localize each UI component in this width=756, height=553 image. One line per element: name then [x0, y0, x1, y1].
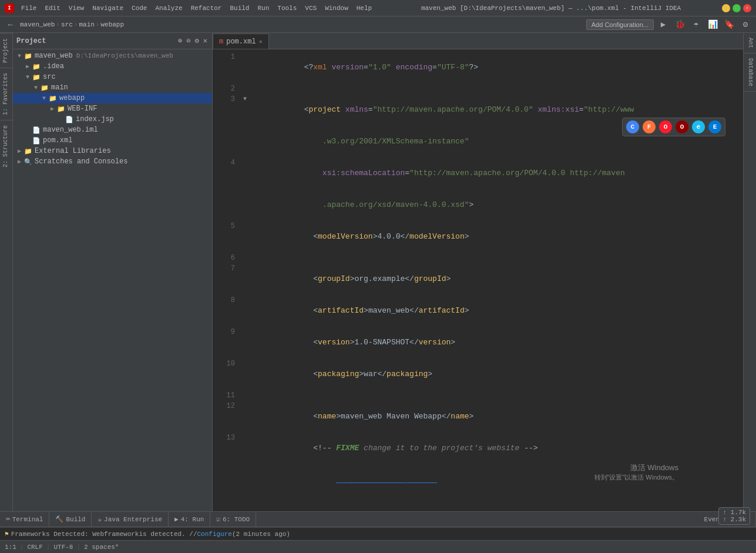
- tree-arrow-scratches[interactable]: ▶: [15, 158, 23, 165]
- tree-arrow-webapp[interactable]: ▼: [40, 95, 48, 102]
- tree-item-iml[interactable]: ▶ 📄 maven_web.iml: [13, 125, 212, 135]
- frameworks-icon: ⚑: [5, 530, 9, 538]
- tree-item-webinf[interactable]: ▶ 📁 WEB-INF: [13, 103, 212, 114]
- menu-code[interactable]: Code: [128, 4, 150, 13]
- browser-icons-panel: C F O O e E: [622, 118, 725, 136]
- menu-build[interactable]: Build: [226, 4, 253, 13]
- tree-item-src[interactable]: ▼ 📁 src: [13, 72, 212, 82]
- opera-icon[interactable]: O: [659, 120, 672, 133]
- bookmark-icon[interactable]: 🔖: [722, 18, 736, 32]
- left-tab-structure[interactable]: 2: Structure: [0, 120, 12, 172]
- maximize-button[interactable]: □: [733, 4, 741, 12]
- code-line-2: 2: [217, 83, 743, 94]
- menu-refactor[interactable]: Refactor: [187, 4, 226, 13]
- project-close-icon[interactable]: ✕: [202, 35, 209, 46]
- bottom-tab-build[interactable]: 🔨 Build: [49, 512, 92, 527]
- folder-icon-extlibs: 📁: [23, 146, 33, 156]
- profile-icon[interactable]: 📊: [705, 18, 720, 32]
- expand-all-icon[interactable]: ⊕: [177, 35, 183, 46]
- breadcrumb-main[interactable]: main: [79, 21, 94, 28]
- menu-help[interactable]: Help: [353, 4, 375, 13]
- menu-view[interactable]: View: [65, 4, 88, 13]
- close-button[interactable]: ✕: [743, 4, 751, 12]
- tree-item-extlibs[interactable]: ▶ 📁 External Libraries: [13, 146, 212, 156]
- status-bar: 1:1 | CRLF | UTF-8 | 2 spaces*: [0, 540, 756, 553]
- build-label: Build: [66, 516, 85, 523]
- status-line-ending: CRLF: [27, 544, 42, 551]
- breadcrumb-webapp[interactable]: webapp: [100, 21, 124, 28]
- run-icon[interactable]: ▶: [656, 18, 670, 32]
- menu-run[interactable]: Run: [254, 4, 273, 13]
- menu-vcs[interactable]: VCS: [301, 4, 320, 13]
- back-icon[interactable]: ←: [4, 18, 18, 32]
- tree-arrow-extlibs[interactable]: ▶: [15, 148, 23, 155]
- code-line-8: 8 <artifactId>maven_web</artifactId>: [217, 295, 743, 327]
- code-line-7: 7 <groupId>org.example</groupId>: [217, 263, 743, 295]
- menu-analyze[interactable]: Analyze: [152, 4, 186, 13]
- coverage-icon[interactable]: ☂: [689, 18, 703, 32]
- menu-file[interactable]: File: [18, 4, 40, 13]
- left-tab-favorites[interactable]: 1: Favorites: [0, 68, 12, 120]
- app-icon: I: [5, 4, 14, 13]
- bottom-tab-todo[interactable]: ☑ 6: TODO: [210, 512, 256, 527]
- breadcrumb-src[interactable]: src: [61, 21, 73, 28]
- todo-icon: ☑: [216, 515, 220, 523]
- code-content[interactable]: 1 <?xml version="1.0" encoding="UTF-8"?>…: [213, 49, 743, 490]
- menu-tools[interactable]: Tools: [274, 4, 300, 13]
- chrome-icon[interactable]: C: [626, 120, 639, 133]
- right-tab-ant[interactable]: Ant: [744, 33, 756, 53]
- tree-arrow-idea[interactable]: ▶: [23, 63, 32, 70]
- project-header-icons[interactable]: ⊕ ⊖ ⚙ ✕: [177, 35, 209, 46]
- tree-item-main[interactable]: ▼ 📁 main: [13, 82, 212, 93]
- menu-edit[interactable]: Edit: [41, 4, 63, 13]
- settings-icon[interactable]: ⚙: [738, 18, 752, 32]
- framework-word: framework: [104, 531, 139, 538]
- tree-item-pomxml[interactable]: ▶ 📄 pom.xml: [13, 135, 212, 146]
- tree-arrow-maven-web[interactable]: ▼: [15, 53, 23, 59]
- opera-alt-icon[interactable]: O: [676, 120, 688, 133]
- editor-tab-pomxml[interactable]: m pom.xml ✕: [213, 33, 269, 49]
- notification-time: (2 minutes ago): [232, 531, 290, 538]
- left-tab-project[interactable]: Project: [0, 33, 12, 68]
- right-panel-strip: Ant Database: [743, 33, 756, 511]
- tree-item-idea[interactable]: ▶ 📁 .idea: [13, 61, 212, 72]
- menu-navigate[interactable]: Navigate: [89, 4, 127, 13]
- collapse-all-icon[interactable]: ⊖: [185, 35, 191, 46]
- menu-window[interactable]: Window: [321, 4, 352, 13]
- tree-arrow-main[interactable]: ▼: [32, 85, 40, 91]
- debug-icon[interactable]: 🐞: [673, 18, 687, 32]
- edge-icon[interactable]: E: [708, 120, 721, 133]
- folder-icon-webapp: 📁: [48, 93, 58, 103]
- tree-item-maven-web[interactable]: ▼ 📁 maven_web D:\IdeaProjects\maven_web: [13, 51, 212, 61]
- menu-bar[interactable]: File Edit View Navigate Code Analyze Ref…: [18, 4, 375, 13]
- window-controls[interactable]: ─ □ ✕: [722, 4, 751, 12]
- tree-arrow-src[interactable]: ▼: [23, 74, 32, 81]
- tree-item-scratches[interactable]: ▶ 🔍 Scratches and Consoles: [13, 156, 212, 167]
- enterprise-icon: ☕: [98, 515, 102, 523]
- tree-arrow-webinf[interactable]: ▶: [48, 105, 56, 112]
- code-line-13: 13 <!-- FIXME change it to the project's…: [217, 433, 743, 464]
- configure-link[interactable]: Configure: [197, 531, 232, 538]
- run-tab-label: 4: Run: [181, 516, 204, 523]
- terminal-icon: ⌨: [6, 515, 10, 523]
- minimize-button[interactable]: ─: [722, 4, 730, 12]
- code-editor[interactable]: 1 <?xml version="1.0" encoding="UTF-8"?>…: [213, 49, 743, 490]
- code-line-5: 5 <modelVersion>4.0.0</modelVersion>: [217, 221, 743, 253]
- file-icon-jsp: 📄: [65, 115, 74, 124]
- project-settings-icon[interactable]: ⚙: [194, 35, 200, 46]
- ie-icon[interactable]: e: [692, 120, 705, 133]
- terminal-label: Terminal: [12, 516, 43, 523]
- tree-item-webapp[interactable]: ▼ 📁 webapp: [13, 93, 212, 103]
- bottom-tab-terminal[interactable]: ⌨ Terminal: [0, 512, 49, 527]
- tab-close-pomxml[interactable]: ✕: [259, 38, 263, 45]
- status-spaces: 2 spaces*: [84, 544, 119, 551]
- right-tab-database[interactable]: Database: [744, 53, 756, 92]
- tree-item-indexjsp[interactable]: ▶ 📄 index.jsp: [13, 114, 212, 125]
- bottom-tab-enterprise[interactable]: ☕ Java Enterprise: [92, 512, 169, 527]
- nav-bar: ← maven_web › src › main › webapp Add Co…: [0, 16, 756, 33]
- bottom-tab-run[interactable]: ▶ 4: Run: [169, 512, 210, 527]
- project-panel-title: Project: [16, 37, 177, 45]
- breadcrumb-project[interactable]: maven_web: [20, 21, 55, 28]
- add-configuration-button[interactable]: Add Configuration...: [586, 19, 654, 30]
- firefox-icon[interactable]: F: [643, 120, 656, 133]
